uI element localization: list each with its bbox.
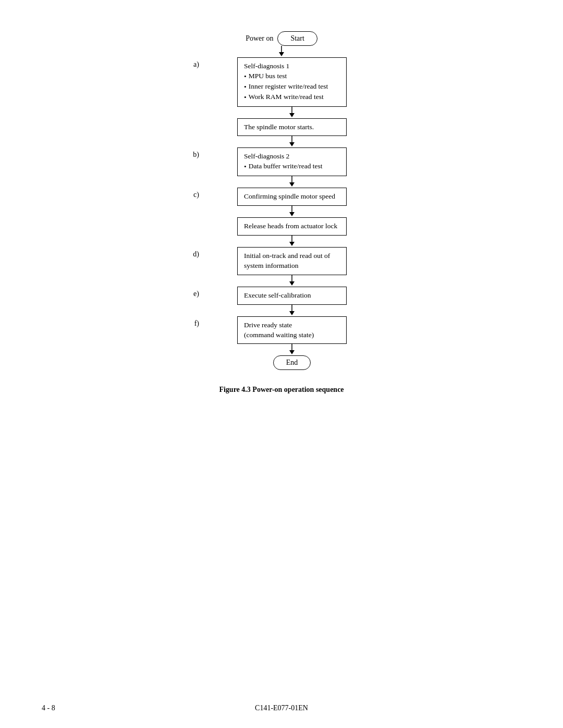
arrow-4 xyxy=(182,176,381,188)
label-e: e) xyxy=(182,287,203,298)
svg-marker-9 xyxy=(289,212,295,216)
drive-ready-line2: (command waiting state) xyxy=(244,330,340,340)
svg-marker-13 xyxy=(289,281,295,286)
row-drive-ready: f) Drive ready state (command waiting st… xyxy=(182,316,381,344)
box-self-diag2: Self-diagnosis 2 • Data buffer write/rea… xyxy=(237,147,347,176)
arrow-3 xyxy=(182,136,381,147)
start-capsule: Start xyxy=(277,31,317,46)
box-drive-ready: Drive ready state (command waiting state… xyxy=(237,316,347,344)
drive-ready-line1: Drive ready state xyxy=(244,320,340,330)
self-diag1-item3: • Work RAM write/read test xyxy=(244,92,340,103)
box-confirm-speed: Confirming spindle motor speed xyxy=(237,188,347,206)
arrow-6 xyxy=(182,236,381,247)
box-spindle-starts: The spindle motor starts. xyxy=(237,118,347,137)
svg-marker-5 xyxy=(289,142,295,146)
svg-marker-17 xyxy=(289,350,295,354)
svg-marker-11 xyxy=(289,242,295,246)
row-execute-cal: e) Execute self-calibration xyxy=(182,287,381,305)
self-diag1-item1: • MPU bus test xyxy=(244,71,340,82)
arrow-9 xyxy=(182,344,381,355)
label-d: d) xyxy=(182,247,203,258)
arrow-5 xyxy=(182,206,381,217)
row-release-heads: Release heads from actuator lock xyxy=(182,217,381,236)
box-execute-cal: Execute self-calibration xyxy=(237,287,347,305)
box-release-heads: Release heads from actuator lock xyxy=(237,217,347,236)
label-b: b) xyxy=(182,147,203,159)
power-on-label: Power on xyxy=(246,34,273,43)
label-f: f) xyxy=(182,316,203,328)
arrow-1 xyxy=(182,46,381,57)
svg-marker-1 xyxy=(279,52,284,56)
box-initial-ontrack: Initial on-track and read out of system … xyxy=(237,247,347,275)
self-diag1-title: Self-diagnosis 1 xyxy=(244,61,340,71)
box-self-diag1: Self-diagnosis 1 • MPU bus test • Inner … xyxy=(237,57,347,107)
row-initial-ontrack: d) Initial on-track and read out of syst… xyxy=(182,247,381,275)
self-diag2-item1: • Data buffer write/read test xyxy=(244,162,340,172)
label-c: c) xyxy=(182,188,203,199)
arrow-2 xyxy=(182,107,381,118)
row-confirm-speed: c) Confirming spindle motor speed xyxy=(182,188,381,206)
row-self-diag1: a) Self-diagnosis 1 • MPU bus test • Inn… xyxy=(182,57,381,107)
end-capsule: End xyxy=(273,355,311,370)
footer-page-number: 4 - 8 xyxy=(42,704,55,712)
self-diag1-item2: • Inner register write/read test xyxy=(244,82,340,92)
row-end: End xyxy=(182,355,381,370)
arrow-7 xyxy=(182,275,381,287)
power-on-row: Power on Start xyxy=(182,31,381,46)
self-diag2-title: Self-diagnosis 2 xyxy=(244,152,340,162)
arrow-8 xyxy=(182,305,381,316)
page: Power on Start a) Self-diagnosis 1 • MPU… xyxy=(0,0,563,728)
row-self-diag2: b) Self-diagnosis 2 • Data buffer write/… xyxy=(182,147,381,176)
svg-marker-7 xyxy=(289,182,295,187)
row-spindle-starts: The spindle motor starts. xyxy=(182,118,381,137)
svg-marker-15 xyxy=(289,311,295,315)
label-a: a) xyxy=(182,57,203,69)
flowchart-diagram: Power on Start a) Self-diagnosis 1 • MPU… xyxy=(182,31,381,394)
figure-caption: Figure 4.3 Power-on operation sequence xyxy=(219,386,344,394)
footer-doc-number: C141-E077-01EN xyxy=(255,704,308,712)
svg-marker-3 xyxy=(289,113,295,117)
